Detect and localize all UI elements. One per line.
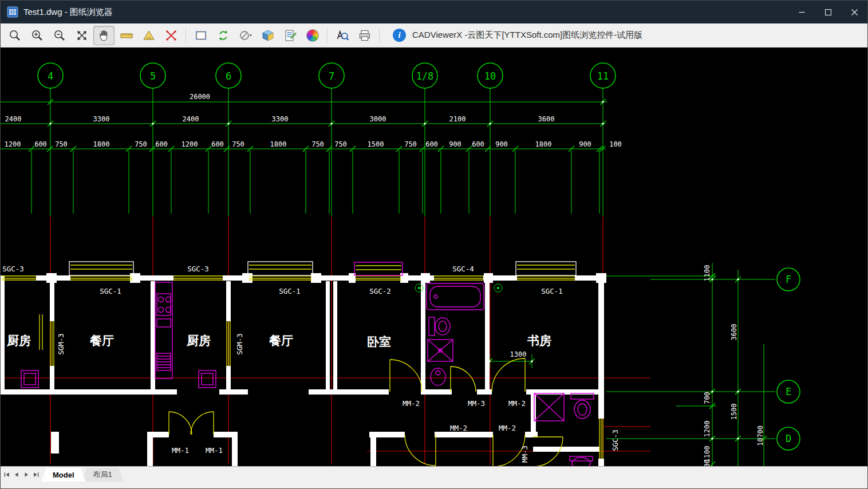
- sheet-tabs: Model 布局1: [45, 468, 124, 482]
- zoom-in-icon: [30, 29, 44, 42]
- measure-length-button[interactable]: [116, 26, 137, 45]
- prev-sheet-button[interactable]: [11, 468, 21, 481]
- right-dim: 1100: [703, 265, 711, 282]
- zoom-extents-button[interactable]: [71, 26, 92, 45]
- grid-bubbles-top: 4 5 6 7 1/8 10 11: [38, 63, 616, 88]
- dim-minor: 1800: [535, 140, 552, 148]
- dim-major: 2100: [449, 115, 466, 123]
- grid-bubble-label: 11: [597, 70, 609, 82]
- next-sheet-button[interactable]: [21, 468, 31, 481]
- dim-major: 2400: [183, 115, 199, 123]
- room-label: 餐厅: [269, 334, 293, 348]
- dim-minor: 750: [404, 140, 417, 148]
- dim-minor: 100: [609, 140, 622, 148]
- window-label: SGC-3: [2, 265, 24, 273]
- dim-minor: 750: [55, 140, 68, 148]
- toolbar-separator: [327, 28, 328, 43]
- regen-button[interactable]: [212, 26, 234, 45]
- dim-minor: 1200: [182, 140, 198, 148]
- window-label: SGC-1: [541, 287, 563, 295]
- room-label: 卧室: [367, 335, 391, 349]
- sheet-tabbar: Model 布局1: [1, 466, 867, 488]
- dim-minor: 600: [425, 140, 438, 148]
- room-label: 厨房: [6, 334, 31, 348]
- view-3d-button[interactable]: [257, 26, 278, 45]
- prev-sheet-icon: [13, 471, 20, 478]
- dim-minor: 600: [34, 140, 47, 148]
- grid-bubble-label: 4: [48, 70, 53, 82]
- zoom-realtime-button[interactable]: [4, 26, 25, 45]
- print-button[interactable]: [354, 26, 375, 45]
- grid-extension-lines: [31, 88, 603, 216]
- hide-entity-button[interactable]: [235, 26, 256, 45]
- drawing-canvas[interactable]: 26000 2400 3300 2400 3300 3000 2100 3600…: [1, 48, 867, 466]
- protractor-icon: [142, 29, 156, 42]
- window-label: SGC-4: [452, 265, 474, 273]
- dim-major: 3000: [370, 115, 386, 123]
- close-icon: [851, 9, 858, 15]
- grid-bubble-label: F: [786, 274, 791, 285]
- pan-hand-icon: [97, 29, 111, 42]
- close-button[interactable]: [841, 1, 867, 23]
- ruler-icon: [120, 29, 133, 42]
- first-sheet-button[interactable]: [2, 468, 11, 481]
- dim-major: 3300: [93, 115, 110, 123]
- dim-minor: 1800: [93, 140, 110, 148]
- find-text-button[interactable]: [332, 26, 353, 45]
- brand-area: i CADViewerX -云图天下[YTTXSoft.com]图纸浏览控件-试…: [393, 29, 642, 42]
- node-snap-icon: [164, 29, 178, 42]
- next-sheet-icon: [23, 471, 30, 478]
- door-label: MM-3: [520, 445, 529, 463]
- room-label: 厨房: [186, 334, 211, 348]
- grid-bubble-label: D: [786, 433, 791, 444]
- properties-list-icon: [283, 29, 297, 42]
- node-snap-button[interactable]: [160, 26, 182, 45]
- dim-minor: 1500: [368, 140, 384, 148]
- properties-button[interactable]: [279, 26, 301, 45]
- window-label: SGC-1: [100, 287, 121, 295]
- viewport-window-button[interactable]: [190, 26, 211, 45]
- room-label: 餐厅: [89, 334, 114, 348]
- grid-bubble-label: 10: [484, 70, 496, 82]
- window-title: Test1.dwg - 图纸浏览器: [23, 7, 113, 18]
- titlebar: Test1.dwg - 图纸浏览器: [1, 1, 867, 23]
- door-label: MM-2: [508, 399, 526, 408]
- dim-minor: 900: [495, 140, 508, 148]
- bay-windows: [69, 262, 576, 275]
- room-label: 书房: [527, 334, 551, 348]
- right-dim: 700: [703, 392, 711, 404]
- maximize-button[interactable]: [815, 1, 841, 23]
- room-labels: 厨房 餐厅 厨房 餐厅 卧室 书房: [6, 334, 551, 349]
- right-dim: 700: [703, 459, 711, 466]
- dim-partial: 1300: [510, 350, 527, 358]
- color-wheel-button[interactable]: [302, 26, 323, 45]
- brand-text: CADViewerX -云图天下[YTTXSoft.com]图纸浏览控件-试用版: [412, 30, 642, 41]
- maximize-icon: [825, 9, 831, 15]
- dim-major: 3600: [538, 115, 555, 123]
- tab-layout1[interactable]: 布局1: [82, 468, 124, 482]
- pan-button[interactable]: [93, 26, 115, 45]
- info-icon[interactable]: i: [393, 29, 406, 42]
- zoom-in-button[interactable]: [26, 26, 48, 45]
- app-window: Test1.dwg - 图纸浏览器: [0, 0, 868, 489]
- measure-angle-button[interactable]: [138, 26, 159, 45]
- tab-layout1-label: 布局1: [93, 470, 112, 480]
- dim-minor: 600: [472, 140, 484, 148]
- color-wheel-icon: [306, 29, 319, 42]
- dim-minor: 750: [232, 140, 244, 148]
- door-label: MM-1: [206, 446, 223, 455]
- last-sheet-button[interactable]: [31, 468, 41, 481]
- dim-minor: 600: [155, 140, 168, 148]
- minimize-button[interactable]: [788, 1, 815, 23]
- dim-minor: 900: [449, 140, 461, 148]
- dim-minor: 600: [211, 140, 224, 148]
- dimension-lines: [1, 99, 607, 368]
- dim-minor: 750: [135, 140, 147, 148]
- right-dimensions: 1100 3600 700 1500 1200 10700 1100 700 F…: [606, 263, 800, 466]
- dim-major: 2400: [5, 115, 22, 123]
- grid-bubble-label: 7: [329, 70, 334, 82]
- zoom-out-button[interactable]: [49, 26, 70, 45]
- grid-bubble-label: 6: [226, 70, 231, 82]
- zoom-extents-icon: [75, 29, 89, 42]
- tab-model[interactable]: Model: [41, 468, 86, 482]
